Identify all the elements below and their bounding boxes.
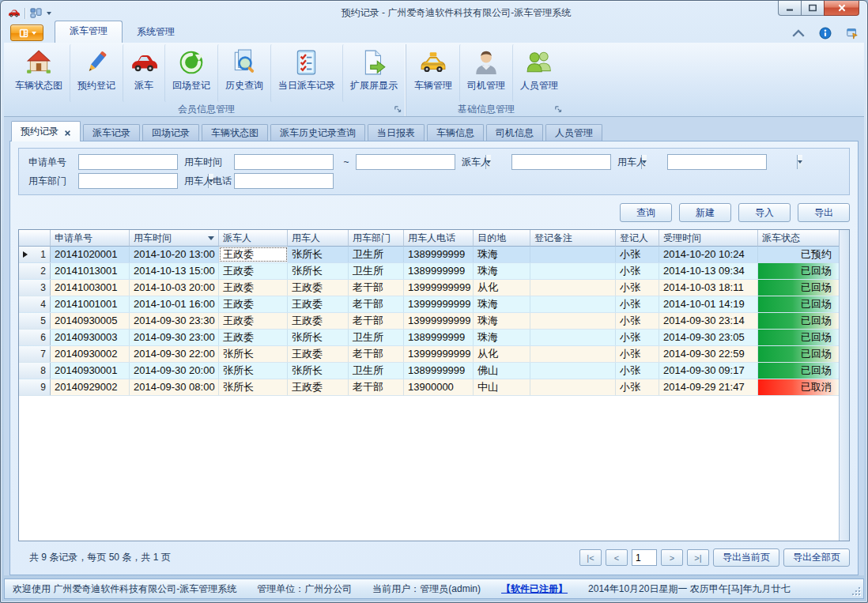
table-cell[interactable]: 张所长 — [219, 379, 288, 395]
status-cell[interactable]: 已回场 — [758, 346, 839, 362]
reservation-register-button[interactable]: 预约登记 — [70, 44, 123, 102]
table-cell[interactable]: 小张 — [616, 379, 659, 395]
tab-vehicle-info[interactable]: 车辆信息 — [427, 124, 484, 141]
table-cell[interactable]: 13900000 — [404, 379, 474, 395]
table-cell[interactable]: 2014-09-30 08:00 — [130, 379, 219, 395]
table-cell[interactable]: 珠海 — [474, 247, 530, 262]
history-query-button[interactable]: 历史查询 — [217, 44, 270, 102]
table-cell[interactable]: 珠海 — [474, 330, 530, 345]
tab-personnel-mgmt[interactable]: 人员管理 — [545, 124, 602, 141]
vehicle-mgmt-button[interactable]: 车辆管理 — [407, 44, 459, 102]
tab-close-icon[interactable] — [64, 128, 71, 135]
table-cell[interactable]: 王政委 — [219, 247, 288, 262]
row-selector[interactable]: 2 — [19, 263, 51, 279]
close-button[interactable] — [824, 1, 859, 16]
table-cell[interactable] — [530, 363, 616, 379]
table-row-2[interactable]: 2201410130012014-10-13 15:00王政委张所长卫生所138… — [19, 263, 849, 280]
table-cell[interactable]: 1389999999 — [404, 330, 474, 345]
table-cell[interactable]: 老干部 — [349, 296, 404, 312]
dropdown-button[interactable] — [797, 155, 802, 169]
table-cell[interactable]: 2014-10-20 13:00 — [130, 247, 219, 262]
row-selector[interactable]: 6 — [19, 330, 51, 345]
table-cell[interactable]: 2014-09-29 21:47 — [659, 379, 758, 395]
collapse-ribbon-icon[interactable] — [791, 27, 806, 40]
table-cell[interactable]: 王政委 — [288, 313, 349, 329]
app-menu-button[interactable] — [10, 24, 43, 41]
use-time-to-combo[interactable] — [356, 154, 455, 170]
table-cell[interactable]: 老干部 — [349, 346, 404, 362]
tab-dispatch-history-query[interactable]: 派车历史记录查询 — [270, 124, 365, 141]
table-cell[interactable]: 20140930002 — [51, 346, 130, 362]
status-cell[interactable]: 已取消 — [758, 379, 839, 395]
table-cell[interactable]: 13999999999 — [404, 296, 474, 312]
column-header-6[interactable]: 用车人电话 — [404, 230, 474, 247]
table-cell[interactable]: 张所长 — [288, 263, 349, 279]
table-cell[interactable]: 20140930005 — [51, 313, 130, 329]
column-header-11[interactable]: 派车状态 — [758, 230, 839, 247]
extend-screen-button[interactable]: 扩展屏显示 — [342, 44, 405, 102]
next-page-button[interactable]: > — [661, 549, 683, 566]
query-button[interactable]: 查询 — [620, 203, 672, 222]
table-cell[interactable]: 2014-09-30 23:30 — [130, 313, 219, 329]
table-cell[interactable]: 张所长 — [288, 330, 349, 345]
table-cell[interactable]: 小张 — [616, 313, 659, 329]
titlebar[interactable]: 预约记录 - 广州爱奇迪软件科技有限公司-派车管理系统 — [4, 1, 864, 22]
license-registered-link[interactable]: 【软件已注册】 — [501, 582, 568, 596]
table-cell[interactable] — [530, 247, 616, 262]
table-cell[interactable] — [530, 313, 616, 329]
table-cell[interactable]: 珠海 — [474, 313, 530, 329]
new-button[interactable]: 新建 — [679, 203, 731, 222]
ribbon-tab-dispatch-mgmt[interactable]: 派车管理 — [55, 21, 123, 43]
ribbon-tab-system-mgmt[interactable]: 系统管理 — [123, 21, 189, 43]
skin-style-icon[interactable] — [845, 27, 859, 40]
table-cell[interactable]: 2014-09-30 22:59 — [659, 346, 758, 362]
row-selector-active[interactable]: 1 — [19, 247, 51, 262]
table-cell[interactable]: 小张 — [616, 330, 659, 345]
table-cell[interactable]: 2014-10-03 20:00 — [130, 280, 219, 296]
column-header-3[interactable]: 派车人 — [219, 230, 288, 247]
row-selector[interactable]: 4 — [19, 296, 51, 312]
table-cell[interactable]: 小张 — [616, 280, 659, 296]
column-header-7[interactable]: 目的地 — [474, 230, 530, 247]
info-icon[interactable] — [818, 27, 832, 40]
table-cell[interactable]: 20141020001 — [51, 247, 130, 262]
table-cell[interactable]: 卫生所 — [349, 247, 404, 262]
return-register-button[interactable]: 回场登记 — [164, 44, 217, 102]
table-cell[interactable]: 2014-09-30 09:17 — [659, 363, 758, 379]
status-cell[interactable]: 已回场 — [758, 363, 839, 379]
export-button[interactable]: 导出 — [798, 203, 850, 222]
table-cell[interactable] — [530, 280, 616, 296]
table-row-3[interactable]: 3201410030012014-10-03 20:00王政委王政委老干部139… — [19, 280, 849, 296]
table-cell[interactable]: 卫生所 — [349, 330, 404, 345]
table-cell[interactable]: 王政委 — [219, 280, 288, 296]
table-cell[interactable]: 小张 — [616, 363, 659, 379]
import-button[interactable]: 导入 — [738, 203, 791, 222]
table-cell[interactable]: 中山 — [474, 379, 530, 395]
tab-reservation-records[interactable]: 预约记录 — [11, 121, 81, 141]
today-dispatch-records-button[interactable]: 当日派车记录 — [270, 44, 342, 102]
table-cell[interactable]: 20140930001 — [51, 363, 130, 379]
table-cell[interactable]: 王政委 — [219, 296, 288, 312]
table-cell[interactable] — [530, 346, 616, 362]
vehicle-status-button[interactable]: 车辆状态图 — [8, 44, 70, 102]
car-user-combo-value[interactable] — [668, 155, 797, 169]
table-cell[interactable]: 20141013001 — [51, 263, 130, 279]
row-selector[interactable]: 9 — [19, 379, 51, 395]
vertical-scrollbar[interactable] — [839, 230, 849, 541]
dialog-launcher-icon[interactable] — [394, 105, 402, 114]
table-cell[interactable]: 2014-10-01 16:00 — [130, 296, 219, 312]
column-header-2[interactable]: 用车时间 — [130, 230, 219, 247]
table-cell[interactable]: 20141003001 — [51, 280, 130, 296]
column-header-1[interactable]: 申请单号 — [51, 230, 130, 247]
table-cell[interactable]: 13999999999 — [404, 346, 474, 362]
tab-dispatch-records[interactable]: 派车记录 — [83, 124, 140, 141]
table-cell[interactable]: 20140929002 — [51, 379, 130, 395]
table-cell[interactable]: 珠海 — [474, 263, 530, 279]
table-cell[interactable]: 张所长 — [288, 363, 349, 379]
dispatcher-combo[interactable] — [511, 154, 611, 170]
resize-grip[interactable] — [851, 586, 861, 596]
table-cell[interactable]: 2014-10-01 14:19 — [659, 296, 758, 312]
table-cell[interactable]: 1389999999 — [404, 263, 474, 279]
table-row-1[interactable]: 1201410200012014-10-20 13:00王政委张所长卫生所138… — [19, 247, 849, 263]
status-cell[interactable]: 已回场 — [758, 313, 839, 329]
